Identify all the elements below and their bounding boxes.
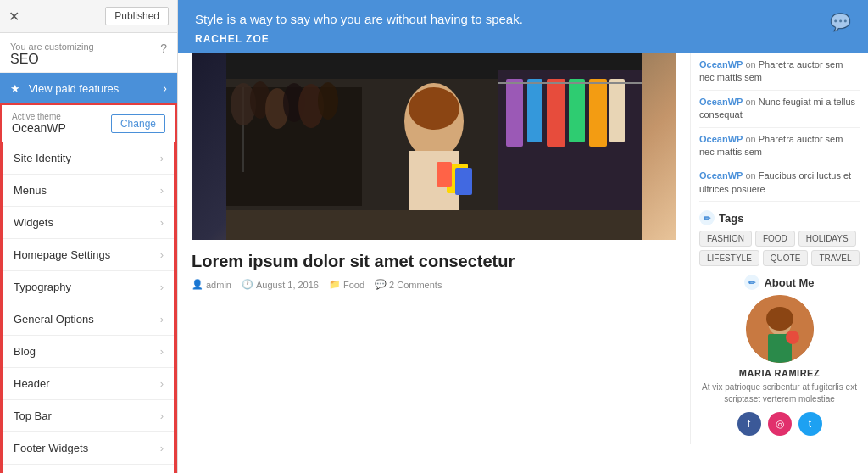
menu-item-footer-bottom[interactable]: Footer Bottom›: [3, 465, 174, 473]
about-me-desc: At vix patrioque scribentur at fugiterli…: [699, 381, 860, 405]
tags-header: ✏ Tags: [699, 210, 860, 225]
sidebar-comment: OceanWP on Nunc feugiat mi a tellus cons…: [699, 91, 860, 128]
svg-rect-22: [609, 79, 625, 142]
customizing-label: You are customizing: [10, 42, 94, 52]
svg-rect-24: [226, 210, 642, 240]
customizing-section: You are customizing SEO ?: [0, 33, 177, 73]
svg-point-9: [318, 82, 338, 120]
tag-quote[interactable]: QUOTE: [763, 250, 809, 266]
customizing-title: SEO: [10, 52, 94, 67]
menu-item-footer-widgets[interactable]: Footer Widgets›: [3, 432, 174, 465]
menu-item-site-identity[interactable]: Site Identity›: [3, 142, 174, 175]
article-meta: 👤 admin 🕐 August 1, 2016 📁 Food 💬 2 Comm…: [192, 279, 676, 290]
active-theme-label: Active theme: [12, 112, 66, 121]
published-button[interactable]: Published: [105, 7, 169, 25]
author-icon: 👤: [192, 279, 203, 290]
sidebar-comment: OceanWP on Faucibus orci luctus et ultri…: [699, 164, 860, 202]
svg-rect-15: [455, 168, 472, 195]
twitter-icon[interactable]: t: [798, 412, 822, 436]
comment-icon: 💬: [375, 279, 387, 290]
svg-rect-21: [589, 79, 607, 147]
article-image: [192, 53, 676, 240]
article-title: Lorem ipsum dolor sit amet consectetur: [192, 250, 676, 272]
svg-point-29: [786, 331, 799, 344]
shopping-scene-svg: [192, 53, 676, 240]
quote-text: Style is a way to say who you are withou…: [195, 12, 851, 26]
recent-comments-list: OceanWP on Pharetra auctor sem nec matti…: [699, 53, 860, 202]
svg-point-12: [409, 87, 459, 130]
svg-point-27: [766, 307, 793, 331]
tags-icon: ✏: [699, 210, 715, 225]
customizer-menu-list: Site Identity›Menus›Widgets›Homepage Set…: [2, 142, 175, 473]
view-paid-features-button[interactable]: ★ View paid features ›: [0, 73, 177, 103]
quote-author: RACHEL ZOE: [195, 33, 851, 45]
svg-rect-17: [506, 79, 523, 147]
instagram-icon[interactable]: ◎: [768, 412, 792, 436]
tags-section: ✏ Tags FASHIONFOODHOLIDAYSLIFESTYLEQUOTE…: [699, 210, 860, 266]
tag-food[interactable]: FOOD: [755, 231, 795, 247]
tag-holidays[interactable]: HOLIDAYS: [798, 231, 856, 247]
menu-item-general-options[interactable]: General Options›: [3, 303, 174, 336]
avatar: [746, 295, 814, 363]
tags-container: FASHIONFOODHOLIDAYSLIFESTYLEQUOTETRAVEL: [699, 231, 860, 266]
sidebar-comment: OceanWP on Pharetra auctor sem nec matti…: [699, 128, 860, 165]
menu-item-homepage-settings[interactable]: Homepage Settings›: [3, 239, 174, 271]
about-me-header: ✏ About Me: [699, 275, 860, 290]
sidebar-comment: OceanWP on Pharetra auctor sem nec matti…: [699, 53, 860, 91]
menu-item-widgets[interactable]: Widgets›: [3, 207, 174, 239]
menu-item-blog[interactable]: Blog›: [3, 336, 174, 368]
active-theme-box: Active theme OceanWP Change Site Identit…: [0, 103, 177, 473]
meta-comments: 💬 2 Comments: [375, 279, 442, 290]
meta-author: 👤 admin: [192, 279, 231, 290]
social-icons: f ◎ t: [699, 412, 860, 436]
left-panel: ✕ Published You are customizing SEO ? ★ …: [0, 0, 178, 473]
menu-item-menus[interactable]: Menus›: [3, 175, 174, 207]
top-bar: ✕ Published: [0, 0, 177, 33]
chevron-right-icon: ›: [163, 81, 167, 95]
facebook-icon[interactable]: f: [737, 412, 761, 436]
article-main: Lorem ipsum dolor sit amet consectetur 👤…: [178, 53, 690, 444]
svg-rect-14: [437, 162, 452, 187]
change-theme-button[interactable]: Change: [111, 114, 165, 133]
help-icon[interactable]: ?: [160, 42, 167, 55]
view-paid-features-label: View paid features: [29, 82, 120, 95]
theme-name: OceanWP: [12, 121, 66, 135]
meta-date: 🕐 August 1, 2016: [242, 279, 319, 290]
tag-fashion[interactable]: FASHION: [699, 231, 752, 247]
chat-icon: 💬: [830, 12, 851, 32]
about-me-section: ✏ About Me MARIA RAMIREZ At vix patrioqu…: [699, 275, 860, 436]
tag-travel[interactable]: TRAVEL: [811, 250, 859, 266]
menu-item-header[interactable]: Header›: [3, 368, 174, 400]
active-theme-section: Active theme OceanWP Change: [2, 105, 175, 142]
main-content: Style is a way to say who you are withou…: [178, 0, 868, 473]
svg-rect-19: [547, 79, 565, 147]
meta-category: 📁 Food: [329, 279, 364, 290]
folder-icon: 📁: [329, 279, 341, 290]
svg-rect-18: [527, 79, 542, 142]
quote-banner: Style is a way to say who you are withou…: [178, 0, 868, 53]
menu-item-top-bar[interactable]: Top Bar›: [3, 400, 174, 432]
menu-item-typography[interactable]: Typography›: [3, 271, 174, 303]
about-me-name: MARIA RAMIREZ: [699, 368, 860, 378]
star-icon: ★: [10, 82, 20, 95]
right-sidebar: OceanWP on Pharetra auctor sem nec matti…: [690, 53, 868, 444]
close-icon[interactable]: ✕: [8, 8, 19, 25]
tags-title: Tags: [719, 212, 743, 225]
clock-icon: 🕐: [242, 279, 253, 290]
svg-rect-20: [569, 79, 585, 142]
about-me-icon: ✏: [744, 275, 760, 290]
article-area: Lorem ipsum dolor sit amet consectetur 👤…: [178, 53, 868, 444]
about-me-title: About Me: [764, 276, 814, 289]
tag-lifestyle[interactable]: LIFESTYLE: [699, 250, 760, 266]
